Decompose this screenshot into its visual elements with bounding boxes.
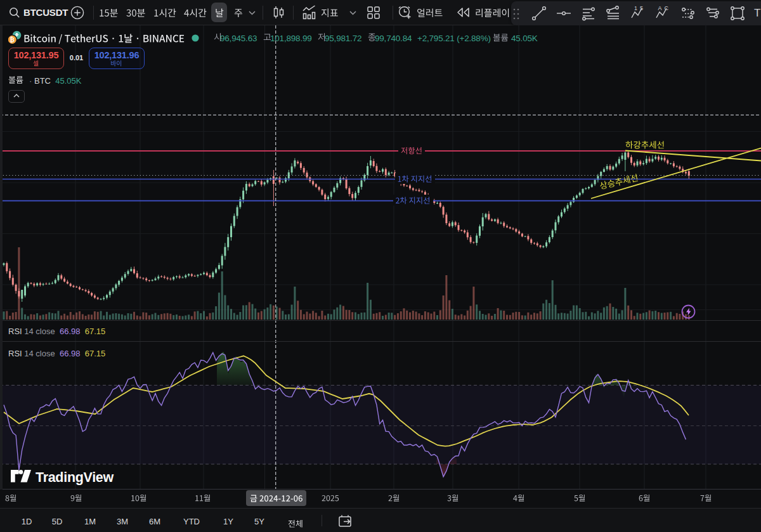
svg-text:A: A xyxy=(658,5,662,11)
svg-text:5: 5 xyxy=(640,5,643,11)
svg-text:C: C xyxy=(665,5,669,11)
svg-text:1: 1 xyxy=(634,5,637,11)
svg-text:₿: ₿ xyxy=(10,36,15,43)
